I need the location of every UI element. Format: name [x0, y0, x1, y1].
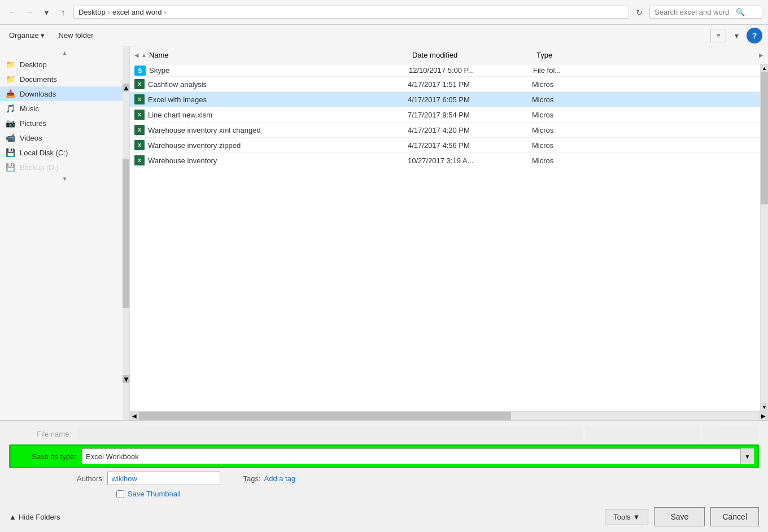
up-button[interactable]: ↑ [56, 6, 70, 19]
sidebar-item-desktop[interactable]: 📁 Desktop [0, 57, 129, 72]
search-icon: 🔍 [736, 8, 745, 16]
savetype-select[interactable]: Excel Workbook Excel Macro-Enabled Workb… [82, 448, 754, 464]
address-bar: ← → ▾ ↑ Desktop › excel and word › ↻ 🔍 [0, 0, 768, 25]
cancel-button[interactable]: Cancel [710, 507, 759, 526]
thumbnail-checkbox[interactable] [116, 490, 124, 498]
thumbnail-label[interactable]: Save Thumbnail [128, 490, 181, 498]
sidebar-scroll-indicator: ▲ [0, 50, 129, 56]
sidebar-item-label: Local Disk (C:) [20, 149, 68, 157]
sidebar-scrollbar-thumb[interactable] [123, 159, 129, 308]
folder-downloads-icon: 📥 [6, 89, 15, 98]
hide-folders-arrow-icon: ▲ [9, 513, 16, 521]
view-button[interactable]: ≡ [710, 29, 726, 42]
authors-label: Authors: [77, 474, 104, 483]
col-scroll-left[interactable]: ◀ [134, 52, 139, 58]
h-scrollbar[interactable]: ◀ ▶ [130, 411, 768, 420]
skype-icon: S [134, 66, 146, 76]
file-name: Warehouse inventory xml changed [148, 126, 408, 134]
file-name: Excel with images [148, 95, 408, 104]
back-button[interactable]: ← [6, 6, 19, 19]
bottom-section: File name: Save as type: Excel Workbook … [0, 420, 768, 532]
sidebar-item-music[interactable]: 🎵 Music [0, 101, 129, 116]
sidebar-item-pictures[interactable]: 📷 Pictures [0, 116, 129, 130]
sidebar-scroll-up-arrow[interactable]: ▲ [123, 84, 129, 91]
file-date: 4/17/2017 1:51 PM [408, 80, 532, 89]
col-type-label: Type [536, 51, 552, 59]
main-content: ▲ ▼ ▲ 📁 Desktop 📁 Documents 📥 Downloads … [0, 46, 768, 420]
sidebar-item-label: Desktop [20, 60, 47, 69]
forward-button[interactable]: → [23, 6, 36, 19]
hscroll-right-button[interactable]: ▶ [759, 412, 768, 421]
file-list: S Skype 12/10/2017 5:00 P... File fol...… [130, 64, 760, 411]
file-date: 7/17/2017 9:54 PM [408, 111, 532, 119]
table-row[interactable]: X Cashflow analysis 4/17/2017 1:51 PM Mi… [130, 77, 760, 92]
file-name: Line chart new.xlsm [148, 111, 408, 119]
file-date: 12/10/2017 5:00 P... [409, 66, 533, 75]
excel-icon: X [134, 79, 145, 89]
sidebar: ▲ ▼ ▲ 📁 Desktop 📁 Documents 📥 Downloads … [0, 46, 130, 420]
file-type: Micros [532, 111, 756, 119]
file-type: Micros [532, 95, 756, 104]
col-scroll-right[interactable]: ▶ [759, 52, 763, 58]
table-row[interactable]: X Warehouse inventory xml changed 4/17/2… [130, 123, 760, 138]
search-input[interactable] [654, 8, 734, 16]
help-button[interactable]: ? [747, 28, 762, 43]
table-row[interactable]: X Excel with images 4/17/2017 6:05 PM Mi… [130, 92, 760, 107]
table-row[interactable]: X Line chart new.xlsm 7/17/2017 9:54 PM … [130, 107, 760, 123]
folder-videos-icon: 📹 [6, 133, 15, 142]
meta-row: Authors: Tags: Add a tag [77, 472, 759, 485]
tools-label: Tools [613, 513, 630, 521]
vscroll-up-button[interactable]: ▲ [761, 64, 769, 72]
col-type-header[interactable]: Type [536, 51, 759, 59]
vscroll-down-button[interactable]: ▼ [761, 403, 769, 411]
savetype-row: Save as type: Excel Workbook Excel Macro… [9, 444, 759, 468]
col-name-label: Name [149, 51, 169, 59]
address-path[interactable]: Desktop › excel and word › [73, 6, 629, 19]
organize-button[interactable]: Organize ▾ [6, 30, 48, 41]
folder-music-icon: 🎵 [6, 104, 15, 113]
hide-folders-button[interactable]: ▲ Hide Folders [9, 513, 60, 521]
sidebar-item-videos[interactable]: 📹 Videos [0, 130, 129, 145]
file-date: 4/17/2017 4:20 PM [408, 126, 532, 134]
savetype-label: Save as type: [14, 452, 76, 461]
col-sort-arrow: ▲ [141, 52, 147, 58]
vscroll-track [761, 72, 768, 403]
save-button[interactable]: Save [654, 507, 705, 526]
path-sep2: › [164, 8, 167, 16]
table-row[interactable]: S Skype 12/10/2017 5:00 P... File fol... [130, 64, 760, 77]
file-name: Skype [149, 66, 409, 75]
new-folder-button[interactable]: New folder [55, 30, 97, 41]
sidebar-item-localdisk[interactable]: 💾 Local Disk (C:) [0, 145, 129, 160]
savetype-select-wrapper: Excel Workbook Excel Macro-Enabled Workb… [82, 448, 754, 464]
add-tag-link[interactable]: Add a tag [264, 474, 296, 483]
file-vscrollbar[interactable]: ▲ ▼ [760, 64, 768, 411]
file-type: Micros [532, 141, 756, 150]
file-date: 4/17/2017 4:56 PM [408, 141, 532, 150]
col-date-header[interactable]: Date modified [412, 51, 536, 59]
sidebar-item-downloads[interactable]: 📥 Downloads [0, 86, 129, 101]
view-dropdown-button[interactable]: ▾ [730, 29, 743, 42]
col-name-header[interactable]: ▲ Name [141, 51, 412, 59]
disk-backup-icon: 💾 [6, 163, 15, 172]
search-box[interactable]: 🔍 [649, 6, 762, 19]
tools-button[interactable]: Tools ▼ [605, 509, 648, 525]
file-date: 4/17/2017 6:05 PM [408, 95, 532, 104]
file-name: Warehouse inventory zipped [148, 141, 408, 150]
table-row[interactable]: X Warehouse inventory 10/27/2017 3:19 A.… [130, 153, 760, 168]
sidebar-item-backup[interactable]: 💾 Backup (D:) [0, 160, 129, 175]
file-type: Micros [532, 156, 756, 165]
authors-input[interactable] [107, 472, 220, 485]
vscroll-thumb[interactable] [761, 72, 768, 204]
file-type: Micros [532, 126, 756, 134]
toolbar: Organize ▾ New folder ≡ ▾ ? [0, 25, 768, 46]
refresh-button[interactable]: ↻ [632, 6, 646, 19]
sidebar-item-documents[interactable]: 📁 Documents [0, 72, 129, 86]
sidebar-item-label: Backup (D:) [20, 163, 59, 172]
hscroll-left-button[interactable]: ◀ [130, 412, 139, 421]
table-row[interactable]: X Warehouse inventory zipped 4/17/2017 4… [130, 138, 760, 153]
sidebar-scrollbar[interactable]: ▲ ▼ [123, 46, 129, 420]
hscroll-thumb[interactable] [139, 412, 511, 420]
sidebar-scroll-down-arrow[interactable]: ▼ [123, 375, 129, 383]
dropdown-button[interactable]: ▾ [40, 6, 53, 19]
file-name: Warehouse inventory [148, 156, 408, 165]
